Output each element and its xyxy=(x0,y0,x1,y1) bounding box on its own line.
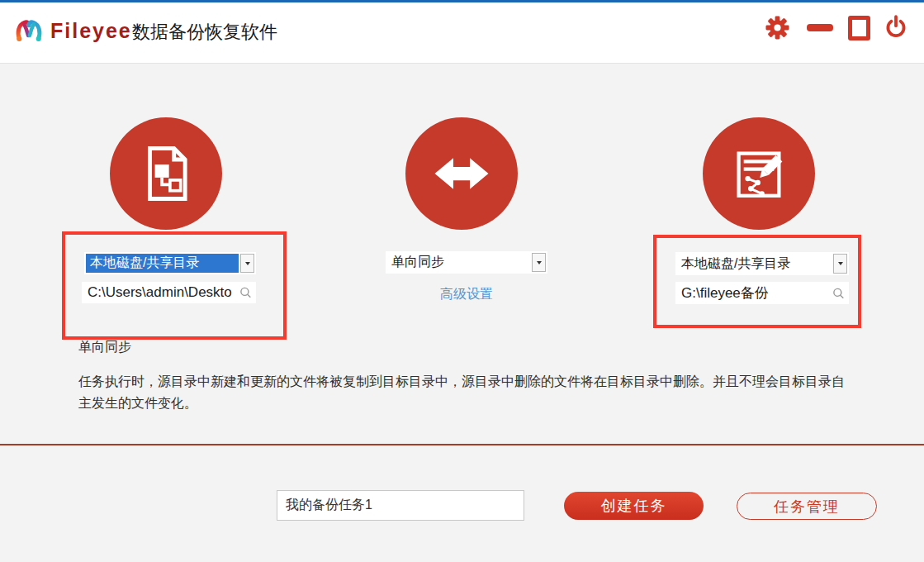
source-circle xyxy=(110,117,222,230)
sync-mode-dropdown-button[interactable] xyxy=(532,253,546,272)
search-icon[interactable] xyxy=(832,287,845,299)
chevron-down-icon xyxy=(245,262,250,265)
search-icon[interactable] xyxy=(239,287,252,299)
sync-circle xyxy=(405,117,518,230)
app-window: Fileyee 数据备份恢复软件 xyxy=(0,0,924,562)
double-arrow-icon xyxy=(429,140,495,207)
close-power-button[interactable] xyxy=(883,14,909,40)
chevron-down-icon xyxy=(537,261,542,264)
sync-mode-value: 单向同步 xyxy=(386,251,530,274)
section-divider xyxy=(0,444,924,445)
source-document-icon xyxy=(134,141,198,206)
settings-gear-icon[interactable] xyxy=(765,15,790,40)
task-name-input[interactable] xyxy=(277,490,524,521)
target-type-dropdown-button[interactable] xyxy=(833,254,847,274)
task-manager-button[interactable]: 任务管理 xyxy=(737,493,877,520)
maximize-button[interactable] xyxy=(848,16,870,40)
brand-name: Fileyee xyxy=(50,19,132,43)
target-path-input[interactable] xyxy=(675,282,849,304)
target-type-select[interactable]: 本地磁盘/共享目录 xyxy=(675,252,849,275)
target-type-value: 本地磁盘/共享目录 xyxy=(675,252,832,275)
target-circle xyxy=(703,117,815,230)
source-path-field[interactable] xyxy=(82,282,256,303)
target-path-field[interactable] xyxy=(675,282,849,304)
source-path-input[interactable] xyxy=(82,282,256,303)
source-type-select[interactable]: 本地磁盘/共享目录 xyxy=(84,252,256,274)
sync-mode-heading: 单向同步 xyxy=(78,339,131,356)
source-type-value: 本地磁盘/共享目录 xyxy=(86,254,239,273)
titlebar: Fileyee 数据备份恢复软件 xyxy=(0,2,924,64)
source-type-dropdown-button[interactable] xyxy=(240,254,254,273)
minimize-button[interactable] xyxy=(807,24,833,31)
target-edit-icon xyxy=(727,141,791,206)
sync-mode-select[interactable]: 单向同步 xyxy=(386,251,547,274)
chevron-down-icon xyxy=(838,262,843,265)
advanced-settings-link[interactable]: 高级设置 xyxy=(386,286,547,303)
app-title: 数据备份恢复软件 xyxy=(132,20,277,45)
fileyee-logo-icon xyxy=(14,17,44,46)
create-task-button[interactable]: 创建任务 xyxy=(564,492,704,520)
sync-mode-description: 任务执行时，源目录中新建和更新的文件将被复制到目标目录中，源目录中删除的文件将在… xyxy=(78,371,851,414)
